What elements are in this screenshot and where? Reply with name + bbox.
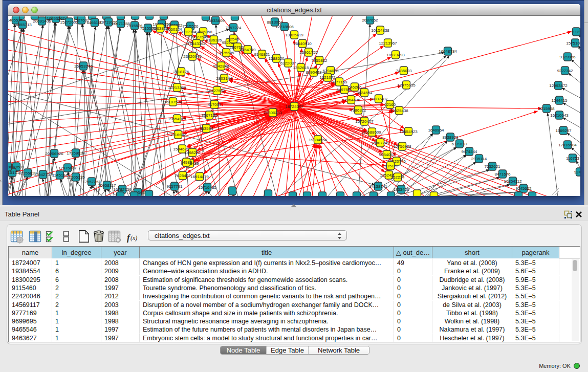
svg-text:2935114: 2935114 [471,157,487,161]
svg-text:453594: 453594 [200,126,213,131]
svg-text:10756928: 10756928 [393,144,411,149]
svg-text:6322037: 6322037 [280,61,296,65]
svg-text:8471676: 8471676 [494,172,511,177]
svg-text:16543362: 16543362 [187,41,206,46]
svg-text:2087652: 2087652 [362,18,378,23]
svg-text:15720407: 15720407 [355,119,374,124]
svg-text:7955812: 7955812 [311,58,328,63]
svg-text:1498222: 1498222 [184,150,201,155]
svg-text:15716485: 15716485 [198,185,216,190]
svg-text:9657791: 9657791 [166,184,183,189]
svg-text:10854112: 10854112 [504,179,522,184]
svg-text:16648784: 16648784 [439,49,457,54]
svg-text:14138141: 14138141 [369,184,387,189]
svg-text:19384554: 19384554 [309,138,327,142]
svg-text:17359924: 17359924 [67,151,85,156]
svg-text:12975135: 12975135 [397,83,416,87]
svg-text:21364436: 21364436 [342,98,360,102]
svg-text:1145194: 1145194 [52,173,68,178]
svg-text:16107534: 16107534 [164,100,182,104]
svg-text:62160: 62160 [384,102,396,107]
svg-text:18807249: 18807249 [371,141,389,145]
svg-text:11121: 11121 [571,30,580,34]
svg-text:12546: 12546 [228,37,239,41]
svg-text:26053346: 26053346 [74,64,93,69]
svg-text:8427552: 8427552 [209,89,225,93]
svg-text:746266: 746266 [348,85,362,90]
svg-text:9329966: 9329966 [559,55,576,59]
svg-text:1615172: 1615172 [382,164,399,168]
svg-text:10973493: 10973493 [386,53,405,57]
svg-text:8454749: 8454749 [239,48,256,52]
svg-text:8215958: 8215958 [538,106,555,111]
svg-text:9474444: 9474444 [461,149,477,154]
svg-text:12505135: 12505135 [67,175,85,180]
svg-text:12213369: 12213369 [168,85,186,90]
svg-text:12093872: 12093872 [549,83,568,88]
svg-text:7632621: 7632621 [484,164,500,169]
svg-text:1362615: 1362615 [293,65,309,70]
svg-text:9242848: 9242848 [213,64,229,69]
svg-text:13325419: 13325419 [285,33,303,37]
svg-text:18724007: 18724007 [285,104,303,109]
svg-text:417004: 417004 [208,102,222,107]
svg-text:10807487: 10807487 [369,97,388,101]
svg-text:8186326: 8186326 [206,38,222,42]
svg-text:252214: 252214 [391,175,405,180]
svg-text:16640910: 16640910 [293,41,312,46]
svg-text:9227342: 9227342 [557,69,573,73]
svg-text:12218506: 12218506 [275,25,294,29]
svg-text:7857224: 7857224 [225,26,242,30]
svg-text:3624554: 3624554 [356,91,373,95]
svg-text:14982: 14982 [181,160,192,165]
svg-text:9777169: 9777169 [331,80,347,84]
svg-text:8938923: 8938923 [442,135,459,140]
svg-text:12975867: 12975867 [58,166,77,170]
svg-text:19654923: 19654923 [399,129,418,134]
svg-text:12213967: 12213967 [379,41,397,46]
svg-text:10025438: 10025438 [390,108,408,113]
svg-text:3267130: 3267130 [201,113,217,118]
svg-text:3875685: 3875685 [218,51,234,55]
svg-text:1640954: 1640954 [428,128,444,133]
svg-text:2803144: 2803144 [216,76,232,81]
svg-text:2718176: 2718176 [173,70,189,74]
svg-text:6794028: 6794028 [322,69,339,73]
svg-text:(x): (x) [130,234,137,242]
svg-text:12942737: 12942737 [34,172,52,177]
svg-text:16961755: 16961755 [299,50,318,55]
svg-text:9245652: 9245652 [515,186,532,191]
svg-text:6379197: 6379197 [451,142,468,146]
svg-text:8990448: 8990448 [306,70,322,75]
svg-text:92450: 92450 [574,170,580,174]
svg-text:7625402: 7625402 [175,173,191,178]
svg-text:1244415: 1244415 [551,98,568,103]
svg-text:17016504: 17016504 [558,143,577,147]
svg-text:9660124: 9660124 [166,27,182,32]
svg-text:5100: 5100 [8,165,12,169]
svg-text:116753: 116753 [566,156,580,161]
svg-text:1588520: 1588520 [268,56,285,61]
svg-text:7986322: 7986322 [350,108,366,113]
svg-text:1621072: 1621072 [319,75,336,80]
svg-text:23420046: 23420046 [183,54,202,59]
svg-text:14055713: 14055713 [13,23,32,27]
svg-text:20206526: 20206526 [45,151,63,156]
svg-text:15751074: 15751074 [566,41,580,46]
svg-text:25300203: 25300203 [264,111,282,115]
svg-text:9146821: 9146821 [254,52,270,57]
svg-text:16210643: 16210643 [550,113,569,118]
svg-text:19654925: 19654925 [168,117,186,121]
svg-text:10688609: 10688609 [363,130,381,135]
svg-text:10154838: 10154838 [371,28,389,33]
svg-text:1733426: 1733426 [393,187,409,192]
svg-text:16914479: 16914479 [190,174,209,179]
svg-text:9084067: 9084067 [379,152,395,157]
svg-text:1569297: 1569297 [555,128,572,133]
svg-text:1916682: 1916682 [170,133,186,137]
svg-text:7485093: 7485093 [396,69,412,73]
